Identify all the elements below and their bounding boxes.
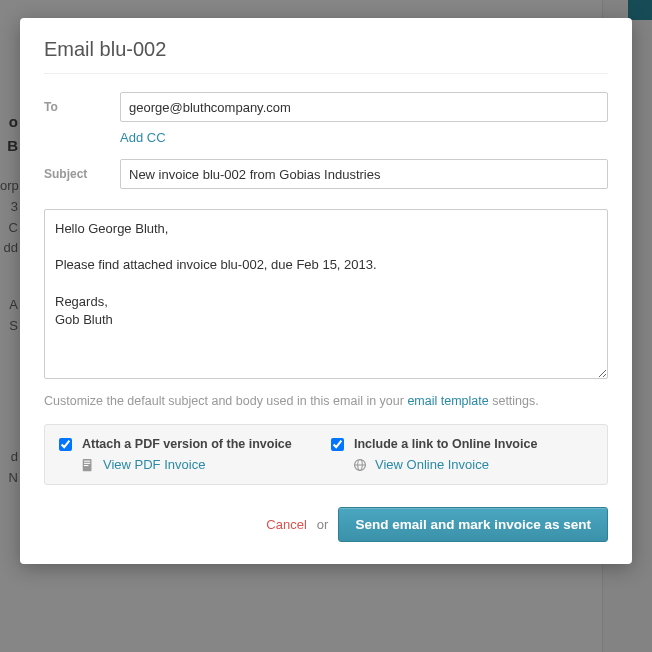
cancel-button[interactable]: Cancel: [266, 517, 306, 532]
view-online-link[interactable]: View Online Invoice: [375, 457, 489, 472]
email-template-link[interactable]: email template: [407, 394, 488, 408]
to-input[interactable]: [120, 92, 608, 122]
svg-rect-2: [84, 462, 90, 463]
attach-pdf-col: Attach a PDF version of the invoice View…: [59, 437, 321, 472]
subject-row: Subject: [44, 159, 608, 189]
attach-pdf-label: Attach a PDF version of the invoice: [82, 437, 292, 451]
to-row: To: [44, 92, 608, 122]
or-text: or: [317, 517, 329, 532]
send-email-button[interactable]: Send email and mark invoice as sent: [338, 507, 608, 542]
to-label: To: [44, 100, 120, 114]
include-link-checkbox[interactable]: [331, 438, 344, 451]
helper-text: Customize the default subject and body u…: [44, 394, 608, 408]
globe-icon: [353, 458, 367, 472]
helper-prefix: Customize the default subject and body u…: [44, 394, 407, 408]
attachment-options: Attach a PDF version of the invoice View…: [44, 424, 608, 485]
attach-pdf-checkbox[interactable]: [59, 438, 72, 451]
email-body-textarea[interactable]: [44, 209, 608, 379]
subject-input[interactable]: [120, 159, 608, 189]
include-link-col: Include a link to Online Invoice View On…: [331, 437, 593, 472]
modal-title: Email blu-002: [44, 38, 608, 74]
include-link-label: Include a link to Online Invoice: [354, 437, 537, 451]
modal-footer: Cancel or Send email and mark invoice as…: [44, 507, 608, 542]
svg-rect-1: [84, 460, 90, 461]
subject-label: Subject: [44, 167, 120, 181]
svg-rect-3: [84, 465, 88, 466]
helper-suffix: settings.: [489, 394, 539, 408]
view-pdf-link[interactable]: View PDF Invoice: [103, 457, 205, 472]
email-modal: Email blu-002 To Add CC Subject Customiz…: [20, 18, 632, 564]
add-cc-link[interactable]: Add CC: [120, 130, 166, 145]
pdf-icon: [81, 458, 95, 472]
